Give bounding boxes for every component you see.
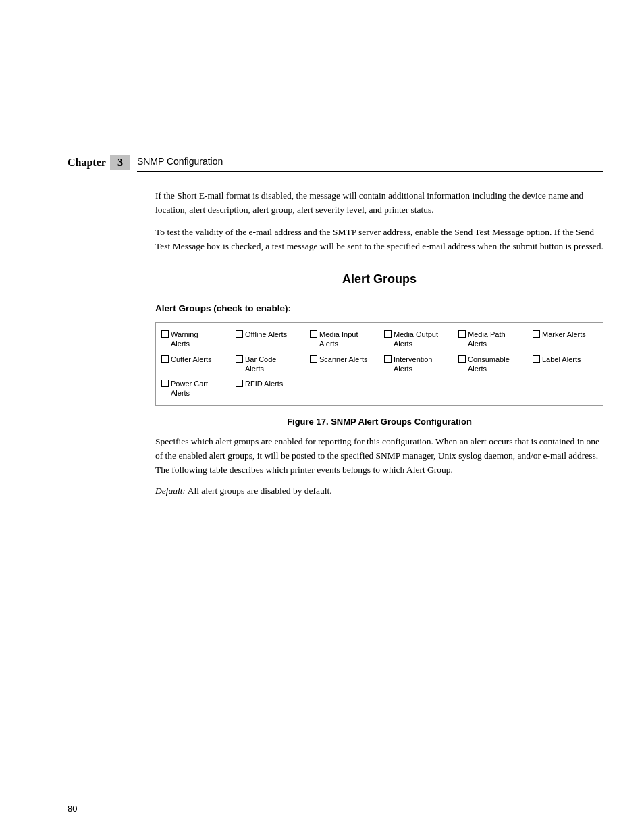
default-italic: Default: [155, 486, 186, 496]
cb-media-path-alerts-box[interactable] [458, 330, 466, 338]
cb-consumable-alerts: ConsumableAlerts [458, 355, 526, 374]
chapter-label-block: Chapter 3 [68, 155, 137, 170]
cb-cutter-alerts: Cutter Alerts [161, 355, 229, 364]
cb-rfid-alerts-box[interactable] [236, 380, 243, 387]
cb-barcode-alerts-label: Bar CodeAlerts [245, 355, 276, 374]
cb-consumable-alerts-box[interactable] [458, 355, 466, 363]
cb-label-alerts-label: Label Alerts [542, 355, 581, 364]
cb-rfid-alerts-label: RFID Alerts [245, 379, 283, 388]
figure-caption: Figure 17. SNMP Alert Groups Configurati… [155, 415, 603, 429]
paragraph-2: To test the validity of the e-mail addre… [155, 226, 603, 254]
cb-cutter-alerts-label: Cutter Alerts [171, 355, 212, 364]
cb-intervention-alerts-label: InterventionAlerts [394, 355, 432, 374]
chapter-title: SNMP Configuration [137, 155, 603, 172]
cb-warning-alerts: WarningAlerts [161, 330, 229, 349]
cb-media-input-alerts-label: Media InputAlerts [319, 330, 358, 349]
cb-offline-alerts-label: Offline Alerts [245, 330, 287, 339]
cb-label-alerts-box[interactable] [533, 355, 540, 363]
paragraph-1: If the Short E-mail format is disabled, … [155, 189, 603, 217]
cb-media-input-alerts: Media InputAlerts [310, 330, 377, 349]
cb-offline-alerts-box[interactable] [236, 330, 243, 338]
checkbox-row-3: Power CartAlerts RFID Alerts [161, 379, 597, 398]
checkbox-row-2: Cutter Alerts Bar CodeAlerts Scanner Ale… [161, 355, 597, 374]
content-area: If the Short E-mail format is disabled, … [155, 189, 603, 498]
cb-warning-alerts-box[interactable] [161, 330, 169, 338]
section-heading: Alert Groups [155, 270, 603, 288]
checkbox-row-1: WarningAlerts Offline Alerts Media Input… [161, 330, 597, 349]
alert-groups-label: Alert Groups (check to enable): [155, 302, 603, 315]
cb-offline-alerts: Offline Alerts [236, 330, 303, 339]
cb-intervention-alerts-box[interactable] [384, 355, 392, 363]
cb-barcode-alerts-box[interactable] [236, 355, 243, 363]
chapter-header: Chapter 3 SNMP Configuration [68, 155, 603, 172]
page-number: 80 [68, 804, 77, 814]
cb-media-output-alerts-box[interactable] [384, 330, 392, 338]
cb-scanner-alerts-label: Scanner Alerts [319, 355, 368, 364]
cb-warning-alerts-label: WarningAlerts [171, 330, 198, 349]
cb-media-path-alerts: Media PathAlerts [458, 330, 526, 349]
description-para: Specifies which alert groups are enabled… [155, 435, 603, 477]
cb-cutter-alerts-box[interactable] [161, 355, 169, 363]
cb-powercart-alerts-box[interactable] [161, 380, 169, 387]
cb-marker-alerts: Marker Alerts [533, 330, 600, 339]
cb-powercart-alerts: Power CartAlerts [161, 379, 229, 398]
cb-barcode-alerts: Bar CodeAlerts [236, 355, 303, 374]
cb-consumable-alerts-label: ConsumableAlerts [468, 355, 510, 374]
alert-groups-section: Alert Groups (check to enable): WarningA… [155, 302, 603, 498]
chapter-number: 3 [110, 155, 130, 170]
default-normal: All alert groups are disabled by default… [186, 486, 332, 496]
cb-scanner-alerts: Scanner Alerts [310, 355, 377, 364]
cb-media-output-alerts-label: Media OutputAlerts [394, 330, 438, 349]
cb-media-path-alerts-label: Media PathAlerts [468, 330, 506, 349]
cb-marker-alerts-label: Marker Alerts [542, 330, 586, 339]
cb-label-alerts: Label Alerts [533, 355, 600, 364]
chapter-word: Chapter [68, 157, 106, 169]
page: Chapter 3 SNMP Configuration If the Shor… [0, 0, 644, 834]
cb-powercart-alerts-label: Power CartAlerts [171, 379, 208, 398]
cb-scanner-alerts-box[interactable] [310, 355, 317, 363]
cb-rfid-alerts: RFID Alerts [236, 379, 303, 388]
cb-media-input-alerts-box[interactable] [310, 330, 317, 338]
default-line: Default: All alert groups are disabled b… [155, 484, 603, 498]
cb-marker-alerts-box[interactable] [533, 330, 540, 338]
cb-intervention-alerts: InterventionAlerts [384, 355, 452, 374]
checkbox-grid: WarningAlerts Offline Alerts Media Input… [155, 322, 603, 406]
cb-media-output-alerts: Media OutputAlerts [384, 330, 452, 349]
